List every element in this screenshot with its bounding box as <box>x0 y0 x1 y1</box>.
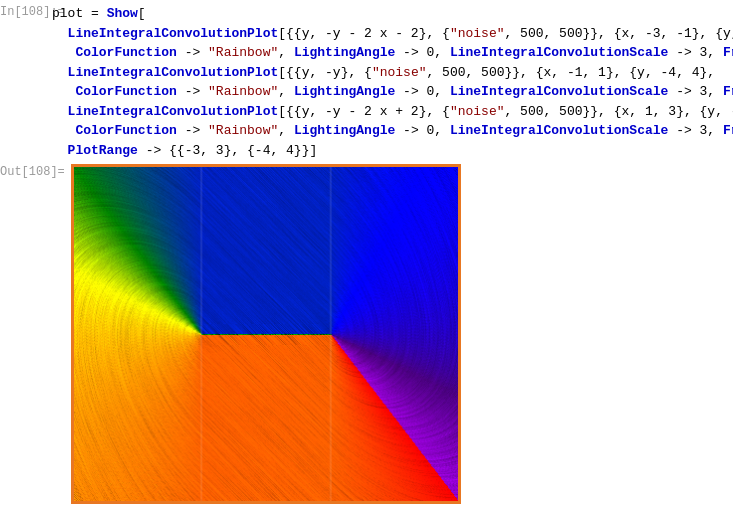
code-line-5: ColorFunction -> "Rainbow", LightingAngl… <box>52 82 733 102</box>
input-label: In[108]:= <box>0 4 52 19</box>
code-line-4: LineIntegralConvolutionPlot[{{y, -y}, {"… <box>52 63 733 83</box>
code-line-8: PlotRange -> {{-3, 3}, {-4, 4}}] <box>52 141 733 161</box>
output-content <box>71 164 733 508</box>
code-block[interactable]: plot = Show[ LineIntegralConvolutionPlot… <box>52 4 733 160</box>
cell-input: In[108]:= plot = Show[ LineIntegralConvo… <box>0 4 733 160</box>
lic-canvas <box>72 165 460 503</box>
notebook-cell: In[108]:= plot = Show[ LineIntegralConvo… <box>0 0 733 512</box>
code-line-6: LineIntegralConvolutionPlot[{{y, -y - 2 … <box>52 102 733 122</box>
output-label: Out[108]= <box>0 164 71 179</box>
code-line-2: LineIntegralConvolutionPlot[{{y, -y - 2 … <box>52 24 733 44</box>
plot-output[interactable] <box>71 164 461 504</box>
cell-output: Out[108]= <box>0 164 733 508</box>
code-line-7: ColorFunction -> "Rainbow", LightingAngl… <box>52 121 733 141</box>
code-line-3: ColorFunction -> "Rainbow", LightingAngl… <box>52 43 733 63</box>
code-line-1: plot = Show[ <box>52 4 733 24</box>
